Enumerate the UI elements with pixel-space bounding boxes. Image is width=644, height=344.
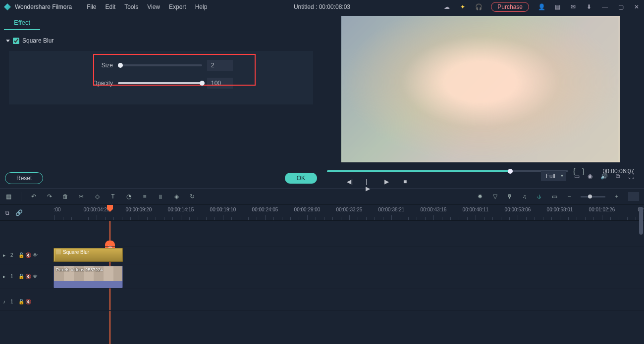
effect-clip-label: Square Blur [63,249,89,260]
adjust-icon[interactable]: ≡ [141,193,148,200]
size-slider[interactable] [118,64,202,66]
ok-button[interactable]: OK [285,173,317,184]
crop-icon[interactable]: ◇ [94,193,101,200]
quality-select[interactable]: Full [541,171,566,181]
split-icon[interactable]: ✂ [78,193,85,200]
duplicate-icon[interactable]: ⧉ [5,209,9,216]
ruler-label: 00:00:09:20 [126,207,152,212]
render-icon[interactable]: ↻ [189,193,196,200]
track-headers: ⧉ 🔗 ▸2 🔓 🔇 👁 ▸1 🔓 🔇 👁 ♪1 🔓 🔇 [0,205,54,344]
track-head-fx[interactable]: ▸2 🔓 🔇 👁 [0,246,54,264]
ruler-label: 00:00:24:05 [252,207,278,212]
maximize-icon[interactable]: ▢ [617,3,624,10]
timeline-tracks[interactable]: 00:0000:00:04:2500:00:09:2000:00:14:1500… [54,205,644,344]
tips-icon[interactable]: ✦ [459,3,466,10]
speed-icon[interactable]: ◔ [125,193,132,200]
delete-icon[interactable]: 🗑 [62,193,69,200]
video-preview[interactable] [341,16,620,162]
opacity-value[interactable]: 100 [207,78,233,89]
support-icon[interactable]: 🎧 [475,3,482,10]
account-icon[interactable]: 👤 [538,3,545,10]
star-icon [56,249,61,254]
menu-tools[interactable]: Tools [124,3,138,10]
video-clip[interactable]: Pexels Videos 2587224 [54,266,123,288]
snap-icon[interactable]: ⫝ [536,193,543,200]
reset-button[interactable]: Reset [5,172,43,184]
titlebar: Wondershare Filmora File Edit Tools View… [0,0,644,14]
play-icon[interactable]: ▶ [384,178,390,184]
layout-icon[interactable]: ▦ [5,193,12,200]
effect-clip[interactable]: Square Blur [54,248,123,262]
ruler-label: 00:00:43:16 [421,207,447,212]
collapse-icon[interactable] [6,40,10,42]
app-logo-icon [4,3,11,10]
ruler-label: 00:00:53:06 [505,207,531,212]
vertical-scrollbar[interactable] [639,207,643,235]
menu-edit[interactable]: Edit [106,3,116,10]
redo-icon[interactable]: ↷ [46,193,53,200]
time-ruler[interactable]: 00:0000:00:04:2500:00:09:2000:00:14:1500… [54,205,644,221]
minimize-icon[interactable]: — [601,3,608,10]
effect-enable-checkbox[interactable] [13,38,19,44]
ruler-label: 00:00:19:10 [210,207,236,212]
effect-panel: Effect Square Blur Size 2 Opacity 100 Re… [0,14,322,188]
prev-frame-icon[interactable]: ◀| [347,178,353,184]
track-head-video[interactable]: ▸1 🔓 🔇 👁 [0,264,54,289]
size-label: Size [14,62,113,69]
video-clip-label: Pexels Videos 2587224 [56,267,103,272]
fullscreen-icon[interactable]: ⛶ [628,173,634,180]
zoom-out-icon[interactable]: − [566,193,573,200]
cloud-icon[interactable]: ☁ [443,3,450,10]
effect-header[interactable]: Square Blur [0,30,322,48]
audio-sync-icon[interactable]: ♫ [521,193,528,200]
undo-icon[interactable]: ↶ [30,193,37,200]
keyframe-icon[interactable]: ◈ [173,193,180,200]
opacity-label: Opacity [14,80,113,87]
preview-panel: {} 00:00:06:07 ◀| |▶ ▶ ■ Full ▭ ◉ 🔊 ⧉ ⛶ [322,14,644,188]
size-value[interactable]: 2 [207,60,233,71]
opacity-slider[interactable] [118,82,202,84]
message-icon[interactable]: ✉ [570,3,577,10]
display-icon[interactable]: ▭ [574,173,580,180]
ruler-label: 00:00:14:15 [168,207,194,212]
preview-scrubber[interactable] [327,170,568,172]
ruler-label: 00:00:04:25 [84,207,110,212]
ruler-label: 00:00:29:00 [294,207,321,212]
menu-view[interactable]: View [147,3,160,10]
next-frame-icon[interactable]: |▶ [366,178,372,184]
ratio-icon[interactable]: ▭ [551,193,558,200]
marker-add-icon[interactable]: ▽ [491,193,498,200]
video-track[interactable]: Pexels Videos 2587224 [54,264,644,289]
close-icon[interactable]: ✕ [633,3,640,10]
volume-icon[interactable]: 🔊 [600,173,608,180]
effect-name: Square Blur [22,37,54,44]
link-icon[interactable]: 🔗 [15,209,23,216]
stop-icon[interactable]: ■ [403,178,409,184]
save-icon[interactable]: ▤ [554,3,561,10]
ruler-label: 00:00 [54,207,61,212]
zoom-fit-icon[interactable] [628,192,639,201]
menu-help[interactable]: Help [195,3,208,10]
zoom-in-icon[interactable]: + [613,193,620,200]
track-head-audio[interactable]: ♪1 🔓 🔇 [0,293,54,311]
audio-track[interactable] [54,293,644,311]
fx-track[interactable]: Square Blur [54,246,644,264]
timeline: ⧉ 🔗 ▸2 🔓 🔇 👁 ▸1 🔓 🔇 👁 ♪1 🔓 🔇 00:0000:00:… [0,205,644,344]
pip-icon[interactable]: ⧉ [616,173,620,180]
audio-adjust-icon[interactable]: ⫼ [157,193,164,200]
ruler-label: 00:00:58:01 [547,207,573,212]
ruler-label: 00:01:02:26 [589,207,615,212]
snapshot-icon[interactable]: ◉ [588,173,592,180]
menu-export[interactable]: Export [169,3,186,10]
menu-file[interactable]: File [87,3,96,10]
effect-params: Size 2 Opacity 100 [9,51,313,104]
ruler-label: 00:00:38:21 [378,207,405,212]
zoom-slider[interactable] [581,196,605,197]
tab-effect[interactable]: Effect [4,14,40,30]
project-title: Untitled : 00:00:08:03 [294,3,350,10]
download-icon[interactable]: ⬇ [586,3,592,10]
text-icon[interactable]: T [109,193,116,200]
voiceover-icon[interactable]: 🎙 [506,193,513,200]
purchase-button[interactable]: Purchase [491,2,529,12]
mixer-icon[interactable]: ✸ [477,193,483,200]
